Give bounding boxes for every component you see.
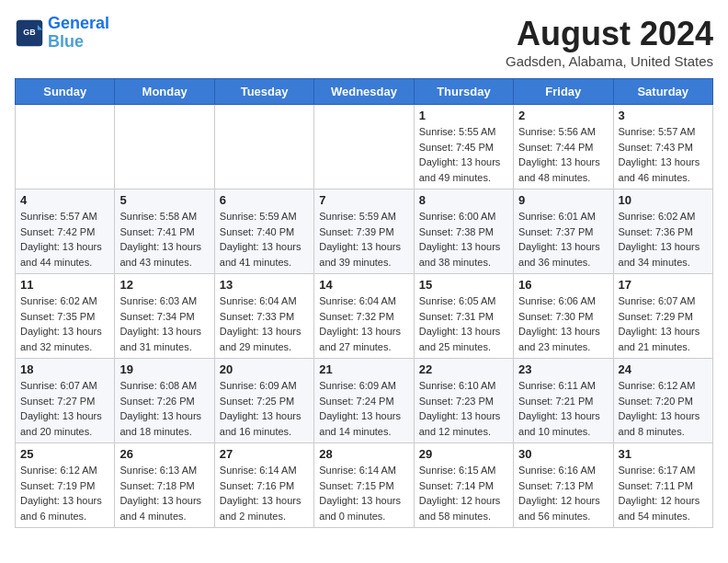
day-number: 9 — [518, 193, 608, 207]
calendar-cell: 8Sunrise: 6:00 AMSunset: 7:38 PMDaylight… — [414, 190, 513, 274]
calendar-cell: 30Sunrise: 6:16 AMSunset: 7:13 PMDayligh… — [514, 443, 613, 528]
calendar-cell: 26Sunrise: 6:13 AMSunset: 7:18 PMDayligh… — [115, 443, 214, 528]
day-number: 12 — [119, 278, 209, 292]
calendar-cell: 17Sunrise: 6:07 AMSunset: 7:29 PMDayligh… — [613, 274, 712, 359]
day-info: Sunrise: 5:57 AMSunset: 7:42 PMDaylight:… — [20, 209, 109, 270]
day-of-week-header: Friday — [514, 79, 613, 105]
calendar-cell: 7Sunrise: 5:59 AMSunset: 7:39 PMDaylight… — [314, 190, 414, 274]
day-info: Sunrise: 6:07 AMSunset: 7:27 PMDaylight:… — [20, 378, 109, 439]
title-block: August 2024 Gadsden, Alabama, United Sta… — [506, 15, 713, 69]
calendar-cell: 19Sunrise: 6:08 AMSunset: 7:26 PMDayligh… — [115, 359, 214, 443]
day-of-week-header: Sunday — [16, 79, 115, 105]
day-number: 28 — [319, 447, 408, 461]
day-number: 16 — [518, 278, 608, 292]
day-info: Sunrise: 5:55 AMSunset: 7:45 PMDaylight:… — [419, 124, 508, 185]
header-row: SundayMondayTuesdayWednesdayThursdayFrid… — [16, 79, 713, 105]
day-number: 20 — [220, 362, 309, 376]
calendar-cell: 13Sunrise: 6:04 AMSunset: 7:33 PMDayligh… — [214, 274, 313, 359]
calendar-week-row: 25Sunrise: 6:12 AMSunset: 7:19 PMDayligh… — [16, 443, 713, 528]
day-info: Sunrise: 6:12 AMSunset: 7:20 PMDaylight:… — [619, 378, 708, 439]
day-info: Sunrise: 6:00 AMSunset: 7:38 PMDaylight:… — [419, 209, 508, 270]
calendar-cell: 12Sunrise: 6:03 AMSunset: 7:34 PMDayligh… — [115, 274, 214, 359]
calendar-cell — [214, 105, 313, 190]
day-number: 13 — [220, 278, 309, 292]
calendar-cell: 10Sunrise: 6:02 AMSunset: 7:36 PMDayligh… — [613, 190, 712, 274]
day-info: Sunrise: 6:09 AMSunset: 7:25 PMDaylight:… — [220, 378, 309, 439]
calendar-cell: 11Sunrise: 6:02 AMSunset: 7:35 PMDayligh… — [16, 274, 115, 359]
calendar-cell: 31Sunrise: 6:17 AMSunset: 7:11 PMDayligh… — [613, 443, 712, 528]
day-info: Sunrise: 6:14 AMSunset: 7:16 PMDaylight:… — [220, 463, 309, 523]
day-info: Sunrise: 6:01 AMSunset: 7:37 PMDaylight:… — [518, 209, 608, 270]
calendar-week-row: 18Sunrise: 6:07 AMSunset: 7:27 PMDayligh… — [16, 359, 713, 443]
day-number: 21 — [319, 362, 408, 376]
day-number: 25 — [20, 447, 109, 461]
calendar-cell: 14Sunrise: 6:04 AMSunset: 7:32 PMDayligh… — [314, 274, 414, 359]
day-number: 27 — [220, 447, 309, 461]
day-number: 10 — [619, 193, 708, 207]
day-number: 14 — [319, 278, 408, 292]
day-info: Sunrise: 5:59 AMSunset: 7:39 PMDaylight:… — [319, 209, 408, 270]
day-info: Sunrise: 6:02 AMSunset: 7:35 PMDaylight:… — [20, 293, 109, 354]
logo-line1: General — [48, 14, 109, 32]
calendar-cell: 6Sunrise: 5:59 AMSunset: 7:40 PMDaylight… — [214, 190, 313, 274]
day-info: Sunrise: 6:04 AMSunset: 7:33 PMDaylight:… — [220, 293, 309, 354]
calendar-header: SundayMondayTuesdayWednesdayThursdayFrid… — [16, 79, 713, 105]
day-number: 19 — [119, 362, 209, 376]
day-info: Sunrise: 5:56 AMSunset: 7:44 PMDaylight:… — [518, 124, 608, 185]
day-info: Sunrise: 6:07 AMSunset: 7:29 PMDaylight:… — [619, 293, 708, 354]
calendar-cell: 9Sunrise: 6:01 AMSunset: 7:37 PMDaylight… — [514, 190, 613, 274]
calendar-cell: 24Sunrise: 6:12 AMSunset: 7:20 PMDayligh… — [613, 359, 712, 443]
calendar-cell: 23Sunrise: 6:11 AMSunset: 7:21 PMDayligh… — [514, 359, 613, 443]
day-of-week-header: Monday — [115, 79, 214, 105]
day-of-week-header: Wednesday — [314, 79, 414, 105]
day-number: 6 — [220, 193, 309, 207]
day-number: 5 — [119, 193, 209, 207]
calendar-cell: 2Sunrise: 5:56 AMSunset: 7:44 PMDaylight… — [514, 105, 613, 190]
day-number: 26 — [119, 447, 209, 461]
day-info: Sunrise: 6:16 AMSunset: 7:13 PMDaylight:… — [518, 463, 608, 523]
location: Gadsden, Alabama, United States — [506, 53, 713, 69]
day-info: Sunrise: 5:59 AMSunset: 7:40 PMDaylight:… — [220, 209, 309, 270]
day-number: 18 — [20, 362, 109, 376]
day-number: 22 — [419, 362, 508, 376]
day-info: Sunrise: 5:58 AMSunset: 7:41 PMDaylight:… — [119, 209, 209, 270]
calendar-cell: 25Sunrise: 6:12 AMSunset: 7:19 PMDayligh… — [16, 443, 115, 528]
calendar-cell: 1Sunrise: 5:55 AMSunset: 7:45 PMDaylight… — [414, 105, 513, 190]
day-info: Sunrise: 6:10 AMSunset: 7:23 PMDaylight:… — [419, 378, 508, 439]
calendar-cell: 18Sunrise: 6:07 AMSunset: 7:27 PMDayligh… — [16, 359, 115, 443]
day-info: Sunrise: 6:17 AMSunset: 7:11 PMDaylight:… — [619, 463, 708, 523]
day-number: 15 — [419, 278, 508, 292]
day-number: 23 — [518, 362, 608, 376]
day-number: 3 — [619, 109, 708, 122]
calendar-cell — [115, 105, 214, 190]
calendar-body: 1Sunrise: 5:55 AMSunset: 7:45 PMDaylight… — [16, 105, 713, 528]
logo: GB General Blue — [15, 15, 109, 52]
logo-text: General Blue — [48, 15, 109, 52]
calendar-week-row: 11Sunrise: 6:02 AMSunset: 7:35 PMDayligh… — [16, 274, 713, 359]
svg-text:GB: GB — [23, 28, 35, 37]
day-number: 31 — [619, 447, 708, 461]
day-info: Sunrise: 6:05 AMSunset: 7:31 PMDaylight:… — [419, 293, 508, 354]
calendar-cell: 5Sunrise: 5:58 AMSunset: 7:41 PMDaylight… — [115, 190, 214, 274]
calendar-cell: 3Sunrise: 5:57 AMSunset: 7:43 PMDaylight… — [613, 105, 712, 190]
day-info: Sunrise: 6:13 AMSunset: 7:18 PMDaylight:… — [119, 463, 209, 523]
day-info: Sunrise: 6:03 AMSunset: 7:34 PMDaylight:… — [119, 293, 209, 354]
day-info: Sunrise: 5:57 AMSunset: 7:43 PMDaylight:… — [619, 124, 708, 185]
day-info: Sunrise: 6:09 AMSunset: 7:24 PMDaylight:… — [319, 378, 408, 439]
day-number: 7 — [319, 193, 408, 207]
day-info: Sunrise: 6:02 AMSunset: 7:36 PMDaylight:… — [619, 209, 708, 270]
day-number: 30 — [518, 447, 608, 461]
calendar-cell: 21Sunrise: 6:09 AMSunset: 7:24 PMDayligh… — [314, 359, 414, 443]
day-of-week-header: Tuesday — [214, 79, 313, 105]
logo-icon: GB — [15, 18, 44, 48]
day-info: Sunrise: 6:08 AMSunset: 7:26 PMDaylight:… — [119, 378, 209, 439]
day-info: Sunrise: 6:12 AMSunset: 7:19 PMDaylight:… — [20, 463, 109, 523]
day-info: Sunrise: 6:06 AMSunset: 7:30 PMDaylight:… — [518, 293, 608, 354]
day-number: 4 — [20, 193, 109, 207]
calendar-cell: 22Sunrise: 6:10 AMSunset: 7:23 PMDayligh… — [414, 359, 513, 443]
calendar-week-row: 4Sunrise: 5:57 AMSunset: 7:42 PMDaylight… — [16, 190, 713, 274]
calendar-cell: 27Sunrise: 6:14 AMSunset: 7:16 PMDayligh… — [214, 443, 313, 528]
calendar-cell — [16, 105, 115, 190]
day-info: Sunrise: 6:15 AMSunset: 7:14 PMDaylight:… — [419, 463, 508, 523]
day-number: 2 — [518, 109, 608, 122]
